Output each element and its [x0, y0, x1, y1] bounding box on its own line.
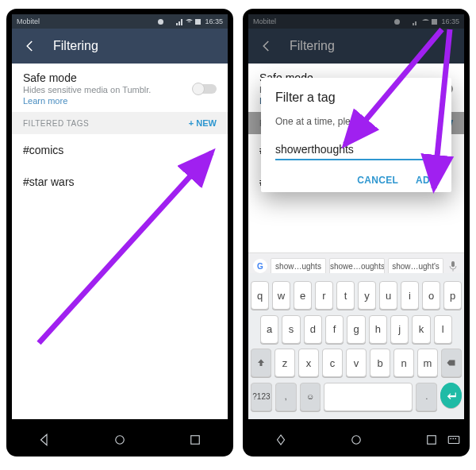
comma-key[interactable]: ,: [275, 383, 297, 411]
carrier-label: Mobitel: [17, 17, 40, 25]
enter-key[interactable]: [440, 383, 462, 408]
svg-rect-1: [195, 19, 201, 25]
key[interactable]: t: [336, 281, 355, 310]
nav-recents-icon[interactable]: [188, 433, 202, 447]
key[interactable]: i: [401, 281, 419, 310]
svg-point-0: [158, 19, 163, 25]
keyboard-switch-icon[interactable]: [447, 433, 461, 447]
key[interactable]: p: [443, 281, 462, 310]
dnd-icon: [157, 18, 164, 25]
key[interactable]: m: [417, 349, 438, 377]
key[interactable]: d: [304, 315, 322, 344]
add-tag-button[interactable]: + NEW: [189, 118, 217, 128]
keyboard-row: q w e r t y u i o p: [251, 281, 462, 310]
key[interactable]: y: [358, 281, 376, 310]
add-button[interactable]: ADD: [416, 175, 437, 186]
key[interactable]: l: [434, 315, 452, 344]
safe-mode-block: Safe mode Hides sensitive media on Tumbl…: [12, 64, 228, 112]
android-nav-bar: [7, 424, 232, 456]
mic-icon[interactable]: [447, 260, 459, 272]
key[interactable]: h: [369, 315, 387, 344]
key[interactable]: f: [325, 315, 344, 344]
signal-icon: [176, 18, 183, 25]
cancel-button[interactable]: CANCEL: [357, 175, 398, 186]
key[interactable]: n: [393, 349, 414, 377]
key[interactable]: s: [282, 315, 300, 344]
suggestion-item[interactable]: show…ught's: [388, 258, 443, 275]
section-label: FILTERED TAGS: [23, 119, 89, 128]
battery-icon: [432, 18, 439, 25]
suggestion-item[interactable]: showe…oughts: [329, 258, 385, 275]
signal-icon: [413, 18, 420, 25]
status-bar: Mobitel 16:35: [12, 14, 228, 29]
app-bar: Filtering: [12, 29, 228, 64]
svg-rect-10: [448, 437, 459, 444]
page-title: Filtering: [53, 39, 98, 53]
back-icon[interactable]: [23, 39, 37, 53]
key[interactable]: o: [422, 281, 440, 310]
key[interactable]: u: [379, 281, 397, 310]
tag-item[interactable]: #comics: [12, 134, 228, 166]
key[interactable]: w: [272, 281, 290, 310]
emoji-key[interactable]: ☺: [300, 383, 321, 411]
keyboard-row: ?123 , ☺ .: [251, 383, 462, 411]
symbols-key[interactable]: ?123: [251, 383, 272, 411]
nav-back-icon[interactable]: [274, 433, 288, 447]
back-icon[interactable]: [259, 39, 274, 53]
tag-input[interactable]: [275, 141, 437, 160]
suggestion-item[interactable]: show…ughts: [271, 258, 326, 275]
filtered-tags-header: FILTERED TAGS + NEW: [12, 112, 228, 134]
nav-home-icon[interactable]: [349, 433, 363, 447]
shift-key[interactable]: [251, 349, 271, 377]
safe-mode-link[interactable]: Learn more: [23, 96, 151, 106]
clock-label: 16:35: [205, 17, 223, 25]
key[interactable]: r: [315, 281, 333, 310]
carrier-label: Mobitel: [253, 17, 276, 25]
dialog-message: One at a time, please.: [275, 116, 437, 127]
nav-back-icon[interactable]: [37, 433, 52, 447]
key[interactable]: b: [370, 349, 390, 377]
key[interactable]: c: [322, 349, 343, 377]
battery-icon: [195, 18, 202, 25]
key[interactable]: x: [298, 349, 319, 377]
key[interactable]: q: [251, 281, 269, 310]
key[interactable]: k: [412, 315, 430, 344]
period-key[interactable]: .: [416, 383, 437, 411]
safe-mode-desc: Hides sensitive media on Tumblr.: [23, 85, 151, 94]
keyboard: q w e r t y u i o p a s d f g h: [248, 273, 464, 419]
google-icon[interactable]: G: [253, 259, 267, 273]
filter-tag-dialog: Filter a tag One at a time, please. CANC…: [261, 78, 451, 192]
svg-rect-7: [451, 261, 455, 267]
key[interactable]: v: [346, 349, 367, 377]
key[interactable]: e: [294, 281, 312, 310]
space-key[interactable]: [324, 383, 413, 411]
wifi-icon: [422, 18, 429, 25]
svg-rect-13: [455, 438, 457, 440]
key[interactable]: j: [390, 315, 409, 344]
app-bar: Filtering: [248, 29, 464, 64]
svg-rect-12: [453, 438, 455, 440]
nav-recents-icon[interactable]: [424, 433, 439, 447]
key[interactable]: a: [260, 315, 278, 344]
keyboard-row: z x c v b n m: [251, 349, 462, 377]
page-title: Filtering: [290, 39, 335, 53]
key[interactable]: z: [274, 349, 295, 377]
svg-rect-9: [427, 436, 436, 445]
tag-item[interactable]: #star wars: [12, 166, 228, 198]
svg-point-8: [352, 436, 361, 445]
svg-rect-3: [190, 436, 199, 445]
svg-rect-11: [451, 438, 452, 440]
svg-rect-6: [432, 19, 437, 25]
alarm-icon: [167, 18, 174, 25]
key[interactable]: g: [347, 315, 365, 344]
dnd-icon: [393, 18, 401, 25]
keyboard-row: a s d f g h j k l: [251, 315, 462, 344]
nav-home-icon[interactable]: [113, 433, 127, 447]
backspace-key[interactable]: [441, 349, 462, 377]
status-bar: Mobitel 16:35: [248, 14, 464, 29]
alarm-icon: [403, 18, 410, 25]
svg-point-5: [394, 19, 400, 25]
safe-mode-toggle[interactable]: [193, 84, 217, 94]
safe-mode-title: Safe mode: [23, 71, 151, 84]
svg-point-2: [116, 436, 125, 445]
